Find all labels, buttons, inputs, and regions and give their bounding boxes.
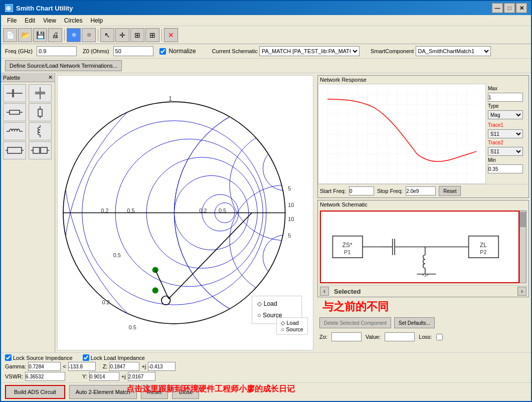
z0-input[interactable] [113, 46, 153, 56]
gamma-input[interactable] [28, 362, 61, 371]
normalize-checkbox[interactable] [159, 48, 166, 55]
menu-help[interactable]: Help [87, 16, 107, 25]
svg-text:0.2: 0.2 [102, 299, 110, 305]
z0-label: Z0 (Ohms) [83, 48, 109, 54]
maximize-button[interactable]: □ [504, 3, 515, 13]
delete-btn[interactable]: ✕ [164, 28, 178, 42]
zo-input[interactable] [331, 332, 362, 341]
define-row: Define Source/Load Network Terminations.… [1, 59, 531, 73]
svg-text:0.5: 0.5 [129, 324, 136, 330]
scrollbar-thumb[interactable] [520, 212, 526, 227]
palette-item-5[interactable] [29, 122, 52, 140]
svg-text:P2: P2 [480, 249, 486, 255]
schematic-display: ZS* P1 [320, 211, 519, 283]
current-schematic-select[interactable]: PA_MATCH [PA_TEST_lib:PA_MATCH: [259, 46, 360, 56]
palette-item-4[interactable] [3, 122, 26, 140]
grid-btn[interactable]: ⊞ [145, 28, 159, 42]
current-schematic-group: Current Schematic PA_MATCH [PA_TEST_lib:… [212, 46, 360, 56]
angle-bracket: < [63, 363, 66, 369]
trace1-select[interactable]: S11S21 [488, 129, 523, 138]
stop-freq-input[interactable] [406, 186, 436, 195]
palette-item-6[interactable] [3, 141, 26, 159]
lock-source-label[interactable]: Lock Source Impedance [5, 354, 73, 361]
max-label: Max [488, 86, 526, 91]
delete-selected-button[interactable]: Delete Selected Component [319, 317, 391, 328]
svg-point-60 [152, 288, 158, 293]
build-ads-button[interactable]: Build ADS Circuit [5, 385, 65, 399]
loss-checkbox[interactable] [436, 334, 443, 340]
palette-item-2[interactable] [3, 103, 26, 121]
nav-right-arrow[interactable]: › [517, 287, 526, 296]
open-button[interactable]: 📂 [18, 28, 32, 42]
nav-left-arrow[interactable]: ‹ [320, 287, 329, 296]
lock-load-label[interactable]: Lock Load Impedance [83, 354, 145, 361]
smart-component-select[interactable]: DA_SmithChartMatch1 [416, 46, 491, 56]
set-defaults-button[interactable]: Set Defaults... [394, 317, 435, 328]
new-button[interactable]: 📄 [3, 28, 17, 42]
menu-circles[interactable]: Circles [60, 16, 87, 25]
palette-header: Palette ✕ [1, 73, 55, 82]
lock-source-checkbox[interactable] [5, 354, 12, 361]
current-schematic-label: Current Schematic [212, 48, 258, 54]
schematic-scrollbar[interactable] [519, 211, 526, 283]
define-button[interactable]: Define Source/Load Network Terminations.… [5, 60, 122, 71]
network-response-body: Max Type MagPhasedB Trace1 S11S21 Trace2 [318, 84, 528, 184]
type-label: Type [488, 103, 526, 109]
component-actions-row: Delete Selected Component Set Defaults..… [317, 316, 529, 329]
z0-group: Z0 (Ohms) [83, 46, 153, 56]
freq-input[interactable] [37, 46, 77, 56]
svg-rect-9 [10, 110, 20, 114]
response-reset-button[interactable]: Reset [439, 186, 461, 196]
palette-item-7[interactable] [29, 141, 52, 159]
palette-item-3[interactable] [29, 103, 52, 121]
z-real-input[interactable] [109, 362, 139, 371]
type-select[interactable]: MagPhasedB [488, 110, 523, 119]
params-row: Freq (GHz) Z0 (Ohms) Normalize Current S… [1, 44, 531, 59]
freq-group: Freq (GHz) [5, 46, 77, 56]
max-input[interactable] [488, 93, 523, 102]
lock-load-checkbox[interactable] [83, 354, 89, 361]
select-btn[interactable]: ⊞ [130, 28, 144, 42]
action-row: Build ADS Circuit Auto 2-Element Match R… [1, 382, 531, 401]
smith-legend: ◇ Load ○ Source [276, 317, 308, 335]
start-freq-input[interactable] [349, 186, 374, 195]
schematic-body: ZS* P1 [318, 209, 528, 285]
angle-input[interactable] [68, 362, 96, 371]
trace2-select[interactable]: S11S21 [488, 147, 523, 156]
y-real-input[interactable] [89, 372, 119, 381]
z-imag-input[interactable] [148, 362, 175, 371]
app-icon: ⊕ [5, 4, 13, 12]
loss-label: Loss: [419, 334, 432, 340]
zo-label: Zo: [319, 334, 327, 340]
value-input[interactable] [385, 332, 415, 341]
palette-item-1[interactable] [29, 84, 52, 102]
menu-edit[interactable]: Edit [21, 16, 39, 25]
smith-btn1[interactable]: ⊕ [67, 28, 81, 42]
svg-rect-12 [38, 109, 42, 116]
normalize-group: Normalize [159, 48, 196, 55]
toolbar-sep3 [161, 29, 162, 41]
menu-view[interactable]: View [39, 16, 60, 25]
print-button[interactable]: 🖨 [48, 28, 62, 42]
move-btn[interactable]: ✛ [115, 28, 129, 42]
palette-pin[interactable]: ✕ [48, 74, 53, 81]
save-button[interactable]: 💾 [33, 28, 47, 42]
smith-chart-area[interactable]: 1 0.2 0.5 0.2 0.5 5 5 10 10 0.5 0.2 0.5 [57, 75, 313, 350]
minimize-button[interactable]: — [492, 3, 503, 13]
smith-btn2[interactable]: ⊕ [82, 28, 96, 42]
normalize-label: Normalize [169, 48, 196, 55]
menu-file[interactable]: File [3, 16, 21, 25]
min-input[interactable] [488, 164, 523, 173]
value-label: Value: [366, 334, 381, 340]
svg-text:0.2: 0.2 [199, 208, 207, 214]
vswr-input[interactable] [25, 372, 65, 381]
svg-text:ZS*: ZS* [342, 242, 352, 249]
y-imag-input[interactable] [128, 372, 155, 381]
svg-text:0.5: 0.5 [127, 208, 134, 214]
close-button[interactable]: ✕ [516, 3, 527, 13]
palette-item-0[interactable] [3, 84, 26, 102]
legend-source: ○ Source [281, 326, 303, 332]
cursor-btn[interactable]: ↖ [100, 28, 114, 42]
svg-rect-22 [41, 147, 47, 153]
trace2-label: Trace2 [488, 140, 526, 145]
